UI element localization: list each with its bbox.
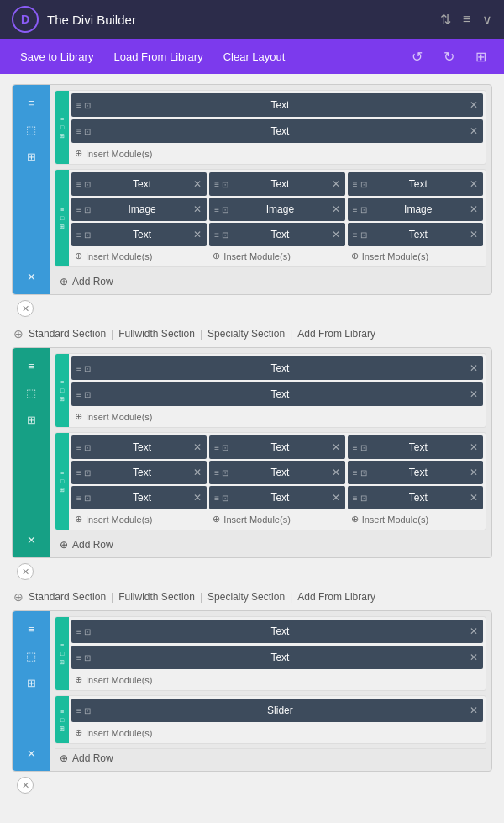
mod-2-close[interactable]: ✕ [470,125,478,137]
specialty-section-btn-2[interactable]: Specialty Section [207,591,285,603]
icon[interactable]: ⊡ [360,180,367,189]
icon[interactable]: ≡ [214,493,219,503]
mod-x[interactable]: ✕ [193,441,202,453]
mod-x[interactable]: ✕ [332,467,340,478]
section-3-menu-icon[interactable]: ≡ [18,618,44,640]
icon[interactable]: ⊡ [360,443,367,452]
section-1-delete-button[interactable]: ✕ [17,300,34,317]
icon[interactable]: ≡ [214,443,219,452]
insert-mod[interactable]: ⊕ Insert Module(s) [209,511,344,527]
icon[interactable]: ≡ [76,205,81,214]
icon[interactable]: ⊡ [222,443,228,452]
icon[interactable]: ⊡ [84,205,91,214]
row-2-grid-icon[interactable]: ⊞ [60,224,65,229]
undo-icon[interactable]: ↺ [405,45,428,68]
mod-2-menu-icon[interactable]: ≡ [76,127,81,136]
mod-x[interactable]: ✕ [193,467,202,478]
mod-x[interactable]: ✕ [470,388,478,400]
mod-x[interactable]: ✕ [470,625,478,637]
redo-icon[interactable]: ↻ [437,45,460,68]
section-3-grid-icon[interactable]: ⊞ [18,672,44,694]
mod-x[interactable]: ✕ [332,492,340,504]
standard-section-btn-1[interactable]: Standard Section [29,328,106,340]
icon[interactable]: □ [60,717,64,723]
add-from-library-btn-2[interactable]: Add From Library [297,591,375,603]
sort-icon[interactable]: ⇅ [440,12,451,28]
section-3-delete-button[interactable]: ✕ [17,777,34,794]
icon[interactable]: ⊞ [60,725,65,731]
insert-mod[interactable]: ⊕ Insert Module(s) [348,511,483,527]
insert-mod[interactable]: ⊕ Insert Module(s) [71,511,207,527]
mod-1-settings-icon[interactable]: ⊡ [84,101,91,110]
icon[interactable]: ⊡ [84,493,91,503]
icon[interactable]: ≡ [353,468,358,477]
icon[interactable]: ⊞ [60,487,65,493]
icon[interactable]: ≡ [76,468,81,477]
section-1-close-icon[interactable]: ✕ [18,266,44,288]
icon[interactable]: ≡ [60,470,64,476]
add-section-plus-2[interactable]: ⊕ [13,590,24,604]
add-section-plus-1[interactable]: ⊕ [13,327,24,340]
icon[interactable]: ≡ [353,493,358,503]
icon[interactable]: ⊡ [360,468,367,477]
icon[interactable]: ≡ [353,205,358,214]
row-1-desktop-icon[interactable]: □ [60,124,64,130]
row-1-menu-icon[interactable]: ≡ [60,116,64,122]
section-1-menu-icon[interactable]: ≡ [18,92,44,113]
menu-icon[interactable]: ≡ [463,12,470,27]
insert-mod-s2r1[interactable]: ⊕ Insert Module(s) [71,409,483,425]
icon[interactable]: ≡ [76,706,81,715]
row-1-grid-icon[interactable]: ⊞ [60,133,65,139]
icon[interactable]: □ [60,478,64,484]
icon[interactable]: ⊡ [222,180,228,189]
icon[interactable]: ⊡ [222,493,228,503]
mod-x[interactable]: ✕ [193,178,202,190]
section-1-grid-icon[interactable]: ⊞ [18,145,44,167]
mod-x[interactable]: ✕ [470,229,478,240]
clear-layout-button[interactable]: Clear Layout [215,45,294,68]
icon[interactable]: ≡ [214,205,219,214]
icon[interactable]: □ [60,388,64,393]
mod-x[interactable]: ✕ [470,704,478,716]
section-2-close-icon[interactable]: ✕ [18,529,44,551]
icon[interactable]: ⊡ [360,230,367,240]
insert-mod-r2c3[interactable]: ⊕ Insert Module(s) [348,248,483,264]
section-2-grid-icon[interactable]: ⊞ [18,409,44,430]
icon[interactable]: ⊡ [84,364,91,373]
icon[interactable]: ⊡ [222,205,228,214]
mod-x[interactable]: ✕ [470,441,478,453]
load-from-library-button[interactable]: Load From Library [105,45,211,68]
mod-x[interactable]: ✕ [470,467,478,478]
icon[interactable]: ≡ [76,627,81,636]
icon[interactable]: ≡ [76,390,81,399]
icon[interactable]: ⊡ [84,230,91,240]
icon[interactable]: ⊞ [60,396,65,402]
fullwidth-section-btn-2[interactable]: Fullwidth Section [118,591,195,603]
section-3-close-icon[interactable]: ✕ [18,742,44,764]
icon[interactable]: ⊡ [222,468,228,477]
icon[interactable]: ⊡ [84,390,91,399]
icon[interactable]: ⊡ [360,205,367,214]
icon[interactable]: ≡ [76,364,81,373]
icon[interactable]: ≡ [76,180,81,189]
icon[interactable]: ⊡ [84,627,91,636]
row-2-desktop-icon[interactable]: □ [60,215,64,221]
add-row-2[interactable]: ⊕ Add Row [55,535,486,554]
mod-x[interactable]: ✕ [332,178,340,190]
insert-mod-s3r1[interactable]: ⊕ Insert Module(s) [71,672,483,688]
mod-x[interactable]: ✕ [193,229,202,240]
mod-x[interactable]: ✕ [332,229,340,240]
specialty-section-btn-1[interactable]: Specialty Section [207,328,285,340]
save-to-library-button[interactable]: Save to Library [12,45,102,68]
icon[interactable]: ⊡ [84,443,91,452]
icon[interactable]: ≡ [214,230,219,240]
section-2-delete-button[interactable]: ✕ [17,563,34,580]
chevron-down-icon[interactable]: ∨ [482,12,492,28]
insert-mod-s3r2[interactable]: ⊕ Insert Module(s) [71,725,483,741]
mod-x[interactable]: ✕ [470,178,478,190]
icon[interactable]: ≡ [76,230,81,240]
icon[interactable]: ≡ [60,379,64,385]
icon[interactable]: ⊡ [84,468,91,477]
mod-1-close[interactable]: ✕ [470,99,478,111]
mod-x[interactable]: ✕ [470,652,478,663]
